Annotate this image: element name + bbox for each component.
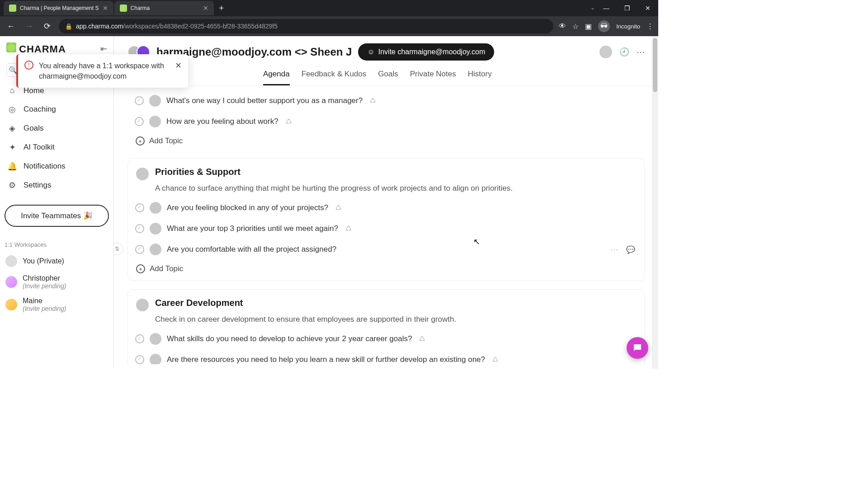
topic-row[interactable]: Are you feeling blocked in any of your p…: [128, 197, 644, 218]
tab-close-icon[interactable]: ✕: [203, 5, 208, 12]
topic-row[interactable]: What skills do you need to develop to ac…: [128, 328, 644, 349]
sidebar-item-label: AI Toolkit: [24, 143, 55, 152]
new-tab-button[interactable]: +: [215, 4, 229, 13]
brand-text: CHARMA: [19, 43, 66, 55]
checkbox-icon[interactable]: [135, 224, 144, 233]
workspace-item[interactable]: You (Private): [0, 252, 113, 271]
tab-private-notes[interactable]: Private Notes: [410, 70, 456, 85]
sidebar-item-ai-toolkit[interactable]: ✦AI Toolkit: [0, 138, 113, 157]
agenda-section: Priorities & Support A chance to surface…: [127, 158, 645, 281]
maximize-button[interactable]: ❐: [617, 0, 637, 16]
minimize-button[interactable]: —: [596, 0, 617, 16]
drag-handle-icon[interactable]: ⇅: [114, 243, 123, 255]
agenda-content: What's one way I could better support yo…: [114, 86, 658, 364]
topic-row[interactable]: ⇅ Are you comfortable with all the proje…: [128, 239, 644, 260]
workspace-status: (Invite pending): [23, 282, 66, 290]
add-topic-button[interactable]: + Add Topic: [127, 132, 645, 150]
tab-label: Agenda: [263, 70, 290, 78]
collapse-sidebar-icon[interactable]: ⇤: [100, 44, 107, 54]
checkbox-icon[interactable]: [135, 245, 144, 254]
intercom-fab[interactable]: [627, 337, 648, 359]
invite-user-button[interactable]: ☺ Invite charmaigne@moodjoy.com: [358, 43, 494, 61]
avatar: [150, 244, 161, 255]
url-text: app.charma.com/workspaces/b4838ed2-0925-…: [76, 23, 278, 30]
scrollbar-thumb[interactable]: [653, 38, 657, 92]
scrollbar[interactable]: [652, 36, 658, 369]
checkbox-icon[interactable]: [135, 355, 144, 364]
section-title: Career Development: [155, 298, 243, 308]
add-topic-label: Add Topic: [150, 264, 183, 273]
tab-label: Goals: [378, 70, 398, 78]
back-button[interactable]: ←: [5, 22, 17, 31]
more-icon[interactable]: ⋯: [611, 245, 618, 254]
avatar[interactable]: [599, 46, 612, 58]
tab-overflow-icon[interactable]: ⌄: [590, 5, 595, 11]
smile-icon: ☺: [367, 48, 374, 56]
checkbox-icon[interactable]: [135, 117, 144, 126]
workspace-item[interactable]: Christopher (Invite pending): [0, 271, 113, 293]
lock-icon: 🔒: [65, 23, 72, 30]
window-controls: — ❐ ✕: [596, 0, 658, 16]
tab-goals[interactable]: Goals: [378, 70, 398, 85]
recurring-icon[interactable]: ♺: [492, 356, 498, 364]
incognito-icon[interactable]: 🕶: [598, 20, 610, 32]
browser-tab[interactable]: Charma | People Management S ✕: [4, 1, 113, 15]
recurring-icon[interactable]: ♺: [335, 204, 341, 212]
goals-icon: ◈: [7, 123, 17, 133]
avatar: [5, 299, 17, 310]
topic-row[interactable]: What are your top 3 priorities until we …: [128, 218, 644, 239]
section-header: Career Development: [128, 298, 644, 314]
tab-history[interactable]: History: [468, 70, 492, 85]
add-topic-button[interactable]: + Add Topic: [128, 260, 644, 278]
invite-teammates-button[interactable]: Invite Teammates 🎉: [5, 205, 109, 227]
workspace-name: Christopher: [23, 274, 66, 282]
plus-icon: +: [136, 264, 145, 273]
tab-bar: Charma | People Management S ✕ Charma ✕ …: [0, 0, 658, 16]
workspace-name: Maine: [23, 297, 66, 305]
checkbox-icon[interactable]: [135, 334, 144, 343]
recurring-icon[interactable]: ♺: [419, 335, 425, 343]
tab-agenda[interactable]: Agenda: [263, 70, 290, 85]
browser-tab[interactable]: Charma ✕: [114, 1, 214, 15]
invite-label: Invite charmaigne@moodjoy.com: [378, 48, 486, 56]
recurring-icon[interactable]: ♺: [370, 97, 376, 105]
close-icon[interactable]: ✕: [175, 61, 182, 70]
sidebar-item-settings[interactable]: ⚙Settings: [0, 176, 113, 195]
workspace-status: (Invite pending): [23, 305, 66, 312]
eye-off-icon[interactable]: 👁: [559, 22, 566, 30]
sidebar-item-notifications[interactable]: 🔔Notifications: [0, 157, 113, 176]
workspace-item[interactable]: Maine (Invite pending): [0, 293, 113, 316]
workspace-texts: Christopher (Invite pending): [23, 274, 66, 290]
avatar: [150, 333, 161, 345]
section-header: Priorities & Support: [128, 167, 644, 183]
recurring-icon[interactable]: ♺: [286, 117, 292, 126]
url-input[interactable]: 🔒 app.charma.com/workspaces/b4838ed2-092…: [59, 19, 553, 33]
checkbox-icon[interactable]: [135, 203, 144, 212]
close-window-button[interactable]: ✕: [637, 0, 658, 16]
forward-button[interactable]: →: [23, 22, 35, 31]
more-icon[interactable]: ⋯: [637, 47, 645, 57]
bookmark-icon[interactable]: ☆: [572, 22, 579, 31]
sidebar-item-goals[interactable]: ◈Goals: [0, 119, 113, 138]
reload-button[interactable]: ⟳: [41, 21, 53, 31]
topic-text: What are your top 3 priorities until we …: [167, 224, 338, 233]
clock-icon[interactable]: 🕘: [619, 47, 629, 57]
comment-icon[interactable]: 💬: [626, 245, 635, 254]
recurring-icon[interactable]: ♺: [345, 225, 351, 233]
tab-close-icon[interactable]: ✕: [103, 5, 108, 12]
sidebar-item-coaching[interactable]: ◎Coaching: [0, 100, 113, 119]
topic-row[interactable]: What's one way I could better support yo…: [127, 90, 645, 111]
section-description: Check in on career development to ensure…: [128, 314, 644, 328]
tab-feedback[interactable]: Feedback & Kudos: [302, 70, 367, 85]
topic-row[interactable]: How are you feeling about work? ♺: [127, 111, 645, 132]
workspace-name: You (Private): [23, 257, 64, 265]
brand-logo[interactable]: CHARMA: [6, 42, 66, 55]
toolbar-right: 👁 ☆ ▣ 🕶 Incognito ⋮: [559, 20, 654, 32]
topic-row[interactable]: Are there resources you need to help you…: [128, 349, 644, 364]
avatar: [150, 202, 161, 214]
avatar: [5, 255, 17, 267]
checkbox-icon[interactable]: [135, 96, 144, 105]
extensions-icon[interactable]: ▣: [585, 22, 592, 31]
kebab-menu-icon[interactable]: ⋮: [646, 22, 654, 31]
section-description: A chance to surface anything that might …: [128, 183, 644, 197]
